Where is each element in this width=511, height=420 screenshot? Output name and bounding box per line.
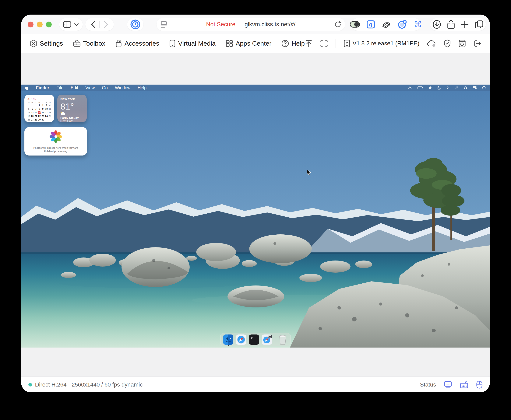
share-button[interactable] [447,20,455,29]
zoom-window-button[interactable] [46,22,52,27]
photos-widget[interactable]: Photos will appear here when they are fi… [24,127,87,156]
keyboard-grid-icon[interactable] [455,86,458,89]
menu-item-view[interactable]: View [85,85,95,90]
fullscreen-icon [320,39,328,47]
calendar-day: 25 [48,115,52,118]
dock-divider [275,335,275,345]
virtual-media-menu[interactable]: Virtual Media [169,39,216,47]
tab-group-chevron-button[interactable] [74,23,79,26]
grammar-g-icon: g [366,20,375,29]
calendar-day: 6 [31,107,34,111]
chevron-down-icon [74,23,79,26]
shield-check-icon [444,39,451,48]
extension-switch-icon [350,21,360,28]
calendar-day: 13 [31,111,34,114]
command-icon: ⌘ [414,20,422,29]
fullscreen-button[interactable] [320,39,328,47]
tab-overview-button[interactable] [475,20,484,29]
back-button[interactable] [87,19,99,30]
accessories-menu[interactable]: Accessories [115,39,159,47]
calendar-widget[interactable]: APRIL SMTWTFS123456789101112131415161718… [24,95,54,122]
help-menu[interactable]: Help [281,39,305,47]
layered-stack-icon [381,20,391,29]
downloads-button[interactable] [433,20,441,29]
stack-extension-button[interactable] [381,20,391,29]
settings-label: Settings [40,40,63,47]
address-bar[interactable]: Not Secure — glkvm.cliss.ts.net/#/ [157,18,345,31]
clock-status-icon[interactable] [482,86,486,90]
menu-item-help[interactable]: Help [137,85,146,90]
keyboard-status-button[interactable] [460,381,468,389]
menu-item-go[interactable]: Go [102,85,108,90]
weather-widget[interactable]: New York 81° Partly Cloudy H:87° L:67° [57,95,87,122]
battery-icon[interactable] [418,86,423,89]
upload-button[interactable] [305,39,313,47]
do-not-disturb-icon[interactable] [438,86,441,90]
control-center-icon[interactable] [473,86,477,89]
forward-button[interactable] [100,19,112,30]
share-icon [447,20,455,29]
calendar-day: 9 [41,107,45,111]
sidebar-toggle-button[interactable] [63,21,71,28]
calendar-month-label: APRIL [27,97,52,100]
menu-item-window[interactable]: Window [115,85,130,90]
usb-plug-icon [115,39,122,47]
kvm-status-bar: Direct H.264 - 2560x1440 / 60 fps dynami… [21,376,490,392]
remote-desktop-screen[interactable]: Finder File Edit View Go Window Help [21,85,490,348]
calendar-day: 12 [27,111,31,114]
calendar-day: 8 [38,107,41,111]
calendar-day: 7 [34,107,38,111]
mouse-status-button[interactable] [476,381,483,389]
grammar-extension-button[interactable]: g [366,20,375,29]
shape-status-icon[interactable] [428,86,432,90]
toggle-extension-button[interactable] [350,21,360,28]
calendar-day: 19 [27,115,31,118]
firmware-version-icon [343,39,350,47]
calendar-grid: SMTWTFS123456789101112131415161718192021… [27,101,52,121]
photos-message-line2: finished processing [44,150,67,153]
chevron-status-icon[interactable] [447,86,449,89]
toolbox-menu[interactable]: Toolbox [73,39,105,47]
display-status-button[interactable] [444,381,452,388]
exit-button[interactable] [473,39,481,47]
svg-text:>_: >_ [251,336,255,340]
menu-item-edit[interactable]: Edit [71,85,78,90]
calendar-day: 26 [27,118,31,121]
close-window-button[interactable] [28,22,33,27]
security-button[interactable] [444,39,451,48]
virtual-media-label: Virtual Media [178,40,216,47]
dock-item-safari-window[interactable] [262,335,272,345]
apps-center-label: Apps Center [236,40,271,47]
minimize-window-button[interactable] [37,22,43,27]
calendar-day: 14 [34,111,38,114]
calendar-day [34,104,38,107]
apple-menu[interactable] [25,86,29,90]
apps-center-menu[interactable]: Apps Center [225,39,271,47]
calendar-day [48,118,52,121]
page-format-icon[interactable] [161,21,167,28]
screenshot-stage: Not Secure — glkvm.cliss.ts.net/#/ [0,0,511,420]
menu-item-finder[interactable]: Finder [36,85,49,90]
kvm-content-area: Finder File Edit View Go Window Help [21,53,490,376]
stage-manager-icon[interactable] [408,86,412,90]
headphones-icon[interactable] [464,86,467,90]
reload-button[interactable] [335,21,341,28]
dock-item-terminal[interactable]: >_ [249,335,259,345]
dock-item-finder[interactable] [223,335,233,345]
onepassword-extension-button[interactable] [130,20,140,29]
new-tab-button[interactable] [461,20,469,28]
calendar-day: 15 [38,111,41,114]
plus-icon [461,20,469,28]
dock-item-trash[interactable] [278,335,288,345]
apple-logo-icon [25,86,29,90]
dock-item-safari[interactable] [236,335,246,345]
forward-icon [104,21,108,28]
settings-menu[interactable]: Settings [30,39,63,47]
calendar-day: 24 [45,115,48,118]
menu-item-file[interactable]: File [56,85,63,90]
clock-extension-button[interactable] [397,20,407,29]
cloud-button[interactable] [427,40,436,47]
version-button[interactable]: V1.8.2 release1 (RM1PE) [343,39,419,47]
reboot-device-button[interactable] [458,39,466,48]
shortcuts-extension-button[interactable]: ⌘ [414,20,422,29]
